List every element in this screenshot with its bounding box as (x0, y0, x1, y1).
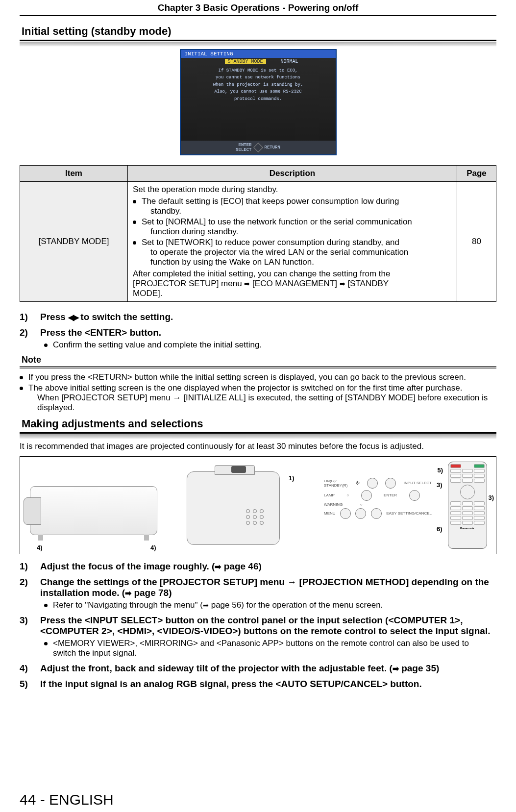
step-text: Press the <INPUT SELECT> button on the c… (40, 615, 463, 625)
td-item: [STANDBY MODE] (20, 181, 128, 301)
arrow-left-right-icon (68, 312, 78, 322)
text: The default setting is [ECO] that keeps … (142, 197, 399, 206)
osd-screenshot: INITIAL SETTING STANDBY MODE NORMAL If S… (20, 49, 496, 155)
step-text: installation mode. ( (40, 588, 125, 598)
text: displayed. (28, 403, 496, 413)
arrow-right-icon (203, 600, 209, 610)
step-number: 4) (20, 663, 32, 674)
section-adjustments-heading: Making adjustments and selections (20, 418, 496, 432)
osd-msg-line: Also, you cannot use some RS-232C (186, 88, 331, 95)
dpad-icon (253, 143, 263, 152)
step: 2) Change the settings of the [PROJECTOR… (20, 577, 496, 598)
desc-bullet: Set to [NORMAL] to use the network funct… (133, 217, 452, 237)
step-text: Change the settings of the [PROJECTOR SE… (40, 577, 489, 587)
step-text: <COMPUTER 2>, <HDMI>, <VIDEO/S-VIDEO>) b… (40, 626, 490, 636)
callout-label: 5) (437, 467, 443, 474)
step-sub: Refer to "Navigating through the menu" (… (44, 600, 496, 610)
text: Refer to "Navigating through the menu" ( (53, 600, 203, 610)
callout-label: 3) (437, 481, 442, 489)
callout-label: 4) (150, 544, 156, 551)
callout-label: 4) (37, 544, 43, 551)
step-sub: Confirm the setting value and complete t… (44, 340, 496, 350)
desc-bullet: Set to [NETWORK] to reduce power consump… (133, 238, 452, 267)
text: After completed the initial setting, you… (133, 269, 390, 278)
text: [PROJECTOR SETUP] menu (133, 279, 244, 288)
step-text: Press (40, 312, 68, 322)
label-standby: ON(G)/ STANDBY(R) (324, 479, 347, 488)
osd-footer-select: SELECT (236, 148, 251, 152)
arrow-right-icon (393, 663, 399, 673)
step-sub: <MEMORY VIEWER>, <MIRRORING> and <Panaso… (44, 639, 496, 658)
chapter-title: Chapter 3 Basic Operations - Powering on… (20, 2, 496, 13)
osd-title: INITIAL SETTING (181, 50, 336, 58)
note-item: If you press the <RETURN> button while t… (20, 372, 496, 382)
osd-item-value: NORMAL (281, 59, 298, 64)
note-list: If you press the <RETURN> button while t… (20, 372, 496, 413)
step-text: page 78) (131, 588, 172, 598)
page-footer: 44 - ENGLISH (20, 791, 114, 808)
projector-side-view (30, 486, 157, 535)
th-item: Item (20, 165, 128, 181)
text: The above initial setting screen is the … (28, 383, 462, 393)
step-number: 1) (20, 312, 32, 322)
callout-label: 6) (437, 525, 442, 533)
td-page: 80 (457, 181, 496, 301)
arrow-right-icon (215, 561, 221, 571)
note-item: The above initial setting screen is the … (20, 383, 496, 413)
step-text: to switch the setting. (78, 312, 173, 322)
remote-control-diagram: Panasonic (448, 462, 487, 549)
step-text: Press the <ENTER> button. (40, 327, 161, 338)
arrow-right-icon (125, 588, 131, 598)
osd-msg-line: you cannot use network functions (186, 74, 331, 81)
step: 5) If the input signal is an analog RGB … (20, 679, 496, 689)
th-desc: Description (128, 165, 457, 181)
step-text: Adjust the front, back and sideway tilt … (40, 663, 393, 673)
text: [ECO MANAGEMENT] (250, 279, 339, 288)
label-enter: ENTER (384, 493, 397, 497)
text: When [PROJECTOR SETUP] menu → [INITIALIZ… (28, 393, 496, 403)
section-initial-setting-heading: Initial setting (standby mode) (20, 25, 496, 40)
text: function during standby. (142, 227, 452, 237)
text: page 56) for the operation of the menu s… (209, 600, 383, 610)
osd-footer-enter: ENTER (236, 143, 251, 148)
arrow-right-icon (340, 279, 345, 288)
step: 1) Adjust the focus of the image roughly… (20, 561, 496, 572)
td-desc: Set the operation mode during standby. T… (128, 181, 457, 301)
th-page: Page (457, 165, 496, 181)
step: 2) Press the <ENTER> button. (20, 327, 496, 338)
step-text: If the input signal is an analog RGB sig… (40, 679, 422, 689)
label-easy-setting: EASY SETTING/CANCEL (386, 511, 432, 516)
osd-footer-return: RETURN (265, 145, 280, 150)
standby-mode-table: Item Description Page [STANDBY MODE] Set… (20, 165, 496, 302)
osd-msg-line: when the projector is standing by. (186, 81, 331, 88)
text: switch the input signal. (53, 648, 137, 658)
text: standby. (142, 206, 452, 216)
text: [STANDBY (345, 279, 389, 288)
chapter-rule (20, 15, 496, 16)
section-rule (20, 432, 496, 434)
osd-msg-line: protocol commands. (186, 96, 331, 102)
projector-top-view (187, 471, 280, 545)
label-lamp: LAMP (324, 493, 335, 497)
step: 4) Adjust the front, back and sideway ti… (20, 663, 496, 674)
control-panel-diagram: ON(G)/ STANDBY(R) ⏻ INPUT SELECT LAMP ○ … (324, 476, 432, 540)
step-number: 5) (20, 679, 32, 689)
step-number: 1) (20, 561, 32, 572)
callout-label: 1) (289, 474, 295, 482)
step-text: page 35) (399, 663, 439, 673)
step-number: 3) (20, 615, 32, 637)
desc-bullet: The default setting is [ECO] that keeps … (133, 197, 452, 216)
text: to operate the projector via the wired L… (142, 247, 452, 257)
text: Set to [NORMAL] to use the network funct… (142, 217, 412, 226)
callout-label: 3) (488, 494, 494, 501)
osd-msg-line: If STANDBY MODE is set to ECO, (186, 67, 331, 74)
desc-outro: After completed the initial setting, you… (133, 269, 452, 298)
step-text: page 46) (221, 561, 261, 571)
section-rule (20, 40, 496, 41)
step-number: 2) (20, 327, 32, 338)
text: MODE]. (133, 289, 162, 298)
remote-brand: Panasonic (448, 527, 487, 530)
step: 1) Press to switch the setting. (20, 312, 496, 322)
note-rule (20, 366, 496, 367)
arrow-right-icon (244, 279, 250, 288)
